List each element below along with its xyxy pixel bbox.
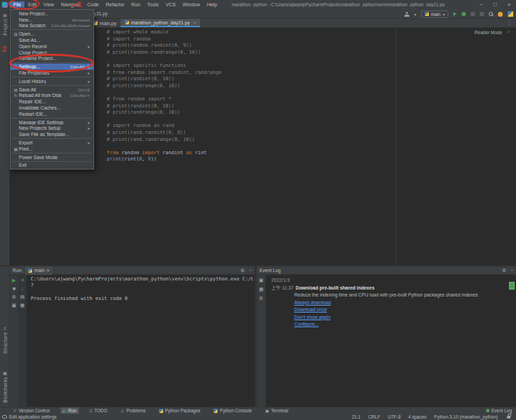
file-menu-item-manage-ide-settings[interactable]: Manage IDE Settings▸	[10, 119, 93, 126]
gear-icon[interactable]: ⚙	[502, 268, 506, 273]
run-tab[interactable]: main ×	[25, 267, 52, 275]
chevron-down-icon: ▾	[414, 12, 416, 17]
maximize-button[interactable]: □	[488, 0, 502, 9]
menubar-item-help[interactable]: Help	[204, 1, 220, 8]
scroll-to-end-icon[interactable]: ↓	[21, 286, 24, 291]
coverage-icon[interactable]	[471, 12, 475, 16]
close-button[interactable]: ×	[502, 0, 516, 9]
minimize-button[interactable]: −	[474, 0, 488, 9]
print-icon[interactable]: ▤	[20, 294, 25, 299]
console-line: Process finished with exit code 0	[31, 296, 253, 302]
breadcrumb[interactable]: y21.py	[94, 11, 107, 16]
file-menu-item-repair-ide[interactable]: Repair IDE...	[10, 98, 93, 105]
file-menu-item-restart-ide[interactable]: Restart IDE...	[10, 111, 93, 117]
menu-item-label: Manage IDE Settings	[19, 120, 63, 125]
submenu-arrow-icon: ▸	[84, 79, 90, 84]
trash-icon[interactable]: ▦	[259, 287, 264, 292]
status-encoding[interactable]: UTF-8	[388, 414, 400, 419]
sidebar-item-project[interactable]: ▤ Project	[0, 13, 10, 36]
menubar-item-tools[interactable]: Tools	[144, 1, 162, 8]
tool-window-button-terminal[interactable]: ▣Terminal	[263, 407, 290, 414]
tool-window-button-todo[interactable]: ≡TODO	[88, 407, 109, 414]
run-configuration-selector[interactable]: main ▾	[421, 10, 448, 18]
menu-item-label: Save All	[19, 87, 36, 92]
rerun-icon[interactable]: ▶	[12, 278, 15, 283]
folder-icon: ▨	[13, 31, 19, 36]
menu-bar: FileEditViewNavigateCodeRefactorRunTools…	[10, 1, 220, 8]
menubar-item-view[interactable]: View	[40, 1, 57, 8]
debug-button[interactable]	[462, 12, 466, 16]
code-area[interactable]: # import whole module# import random# pr…	[107, 29, 221, 163]
code-line	[107, 89, 221, 96]
code-line: # from random import *	[107, 96, 221, 103]
run-button[interactable]	[453, 12, 457, 16]
file-menu-item-open[interactable]: ▨Open...	[10, 31, 93, 37]
menubar-item-code[interactable]: Code	[84, 1, 103, 8]
vcs-icon: ϒ	[13, 409, 17, 413]
user-account-icon[interactable]	[404, 12, 409, 17]
menubar-item-vcs[interactable]: VCS	[162, 1, 179, 8]
profiler-icon[interactable]	[480, 12, 484, 16]
settings-wrench-icon[interactable]: ⚙	[12, 294, 16, 299]
file-menu-item-save-as[interactable]: Save As...	[10, 37, 93, 43]
status-interpreter[interactable]: Python 3.10 (marathon_python)	[434, 414, 498, 419]
event-link-always-download[interactable]: Always download	[294, 299, 510, 307]
file-menu-item-new-scratch-file[interactable]: New Scratch FileCtrl+Alt+Shift+Insert	[10, 23, 93, 29]
menu-item-label: New...	[19, 17, 32, 22]
kebab-menu-icon[interactable]: ⋮	[506, 20, 512, 26]
filter-wrench-icon[interactable]: ⚙	[259, 296, 263, 301]
close-icon[interactable]: ×	[193, 20, 196, 25]
file-menu-item-invalidate-caches[interactable]: Invalidate Caches...	[10, 105, 93, 111]
file-menu-item-export[interactable]: Export▸	[10, 140, 93, 146]
event-link-configure[interactable]: Configure...	[294, 321, 510, 329]
clear-all-icon[interactable]: ▦	[20, 303, 25, 308]
menubar-item-run[interactable]: Run	[128, 1, 144, 8]
stop-icon[interactable]: ■	[13, 286, 15, 291]
pin-icon[interactable]: ▣	[12, 303, 17, 308]
soft-wrap-icon[interactable]: ≡	[21, 278, 24, 283]
file-menu-item-save-file-as-template[interactable]: Save File as Template...	[10, 131, 93, 137]
file-menu-item-save-all[interactable]: ▤Save AllCtrl+S	[10, 87, 93, 93]
reader-mode-label[interactable]: Reader Mode	[475, 30, 502, 35]
code-with-me-icon[interactable]	[498, 12, 503, 17]
file-menu-item-reload-all-from-disk[interactable]: ↻Reload All from DiskCtrl+Alt+Y	[10, 93, 93, 99]
file-menu-item-local-history[interactable]: Local History▸	[10, 78, 93, 84]
tool-window-button-label: Run	[68, 408, 77, 413]
code-line: # print(randint(0, 10))	[107, 103, 221, 110]
file-menu-item-power-save-mode[interactable]: Power Save Mode	[10, 154, 93, 160]
tool-window-button-problems[interactable]: ⚠Problems	[119, 407, 148, 414]
hide-panel-icon[interactable]: −	[249, 268, 252, 273]
tool-window-button-run[interactable]: ▶Run	[61, 407, 79, 414]
file-menu-item-open-recent[interactable]: Open Recent▸	[10, 43, 93, 50]
tool-window-button-python-packages[interactable]: Python Packages	[157, 407, 203, 414]
sidebar-item-bookmarks[interactable]: ▦ Bookmarks	[0, 370, 10, 403]
tab-label: main.py	[100, 21, 116, 26]
hide-panel-icon[interactable]: −	[510, 268, 513, 273]
menubar-item-window[interactable]: Window	[179, 1, 204, 8]
status-indent[interactable]: 4 spaces	[409, 414, 427, 419]
search-everywhere-icon[interactable]	[489, 12, 493, 16]
lock-icon[interactable]	[507, 416, 510, 419]
status-caret-position[interactable]: 21:1	[351, 414, 361, 419]
close-icon[interactable]: ×	[47, 268, 50, 273]
status-line-ending[interactable]: CRLF	[368, 414, 380, 419]
file-menu-item-new-projects-setup[interactable]: New Projects Setup▸	[10, 126, 93, 132]
run-configuration-label: main	[431, 12, 441, 17]
export-icon[interactable]: ▣	[259, 278, 264, 283]
event-link-download-once[interactable]: Download once	[294, 306, 510, 314]
editor-tab-marathon-python-day21-py[interactable]: marathon_python_day21.py×	[121, 19, 200, 27]
event-link-don-t-show-again[interactable]: Don't show again	[294, 314, 510, 322]
file-menu-item-new[interactable]: New...Alt+Insert	[10, 17, 93, 23]
tool-window-button-version-control[interactable]: ϒVersion Control	[11, 407, 52, 414]
file-menu-item-exit[interactable]: Exit	[10, 163, 93, 169]
sidebar-item-structure[interactable]: ≡ Structure	[0, 327, 10, 354]
event-log-button[interactable]: Event Log	[486, 408, 512, 413]
print-icon: ▦	[13, 147, 19, 151]
tool-window-button-python-console[interactable]: Python Console	[211, 407, 254, 414]
menubar-item-refactor[interactable]: Refactor	[103, 1, 128, 8]
event-entry: 上午 11:37Download pre-built shared indexe…	[271, 285, 510, 292]
run-console-output[interactable]: C:\Users\ajwang\PycharmProjects\marathon…	[31, 276, 253, 407]
gear-icon[interactable]: ⚙	[241, 268, 245, 273]
file-menu-item-print[interactable]: ▦Print...	[10, 146, 93, 152]
file-menu-item-new-project[interactable]: New Project...	[10, 10, 93, 17]
